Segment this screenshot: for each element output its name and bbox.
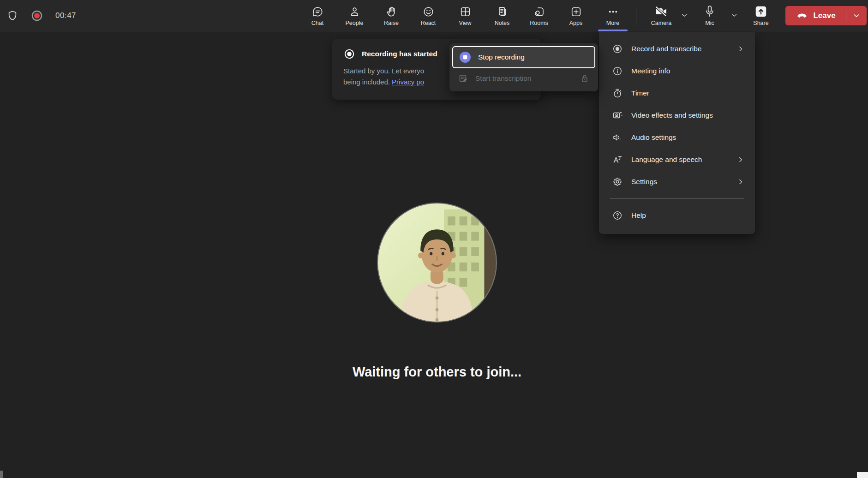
toolbar-more-label: More <box>606 20 619 26</box>
camera-off-icon <box>654 5 669 18</box>
menu-label: Meeting info <box>631 67 745 75</box>
camera-label: Camera <box>651 20 671 26</box>
hangup-icon <box>796 9 808 22</box>
menu-item-meeting-info[interactable]: Meeting info <box>599 60 755 82</box>
toolbar-react-button[interactable]: React <box>410 0 447 31</box>
toolbar-people-label: People <box>346 20 364 26</box>
toolbar-view-button[interactable]: View <box>447 0 484 31</box>
share-label: Share <box>753 20 768 26</box>
menu-label: Settings <box>631 178 728 186</box>
chevron-right-icon <box>736 45 745 53</box>
camera-button[interactable]: Camera <box>645 0 677 31</box>
more-active-indicator <box>598 30 628 31</box>
start-transcription-label: Start transcription <box>475 74 531 83</box>
menu-label: Audio settings <box>631 133 745 142</box>
react-icon <box>422 5 435 18</box>
leave-button[interactable]: Leave <box>785 6 846 25</box>
menu-label: Record and transcribe <box>631 45 728 53</box>
transcription-icon <box>458 73 469 84</box>
shield-icon <box>6 10 18 22</box>
leave-button-group: Leave <box>785 6 867 25</box>
mic-button[interactable]: Mic <box>696 0 724 31</box>
toolbar-people-button[interactable]: People <box>336 0 373 31</box>
menu-item-help[interactable]: Help <box>599 204 755 227</box>
recording-indicator-icon <box>30 9 43 22</box>
window-edge-artifact-left <box>0 471 3 478</box>
stop-recording-menu-item[interactable]: Stop recording <box>452 46 595 68</box>
menu-item-record-and-transcribe[interactable]: Record and transcribe <box>599 38 755 60</box>
more-icon <box>607 5 619 18</box>
waiting-message: Waiting for others to join... <box>353 364 521 380</box>
chevron-right-icon <box>736 178 745 186</box>
leave-label: Leave <box>813 11 835 20</box>
camera-options-chevron[interactable] <box>677 8 691 22</box>
toolbar-view-label: View <box>459 20 472 26</box>
stop-recording-icon <box>459 51 472 64</box>
menu-item-timer[interactable]: Timer <box>599 82 755 104</box>
toast-body-line1: Started by you. Let everyo <box>343 67 424 75</box>
start-transcription-menu-item: Start transcription <box>452 68 595 89</box>
help-icon <box>612 210 623 221</box>
view-icon <box>459 5 472 18</box>
video-effects-icon <box>612 110 623 121</box>
toolbar-notes-label: Notes <box>495 20 510 26</box>
participant-avatar <box>378 203 496 322</box>
chat-icon <box>311 5 324 18</box>
menu-item-settings[interactable]: Settings <box>599 171 755 193</box>
toolbar-rooms-button[interactable]: Rooms <box>521 0 557 31</box>
menu-item-language-and-speech[interactable]: Language and speech <box>599 149 755 171</box>
info-icon <box>612 66 623 77</box>
timer-icon <box>612 88 623 99</box>
settings-gear-icon <box>612 176 623 187</box>
chevron-right-icon <box>736 155 745 164</box>
menu-divider <box>610 198 744 199</box>
toolbar-nav: Chat People Raise React View <box>299 0 631 31</box>
toolbar-apps-label: Apps <box>569 20 583 26</box>
menu-label: Video effects and settings <box>631 111 745 120</box>
status-cluster: 00:47 <box>6 0 76 31</box>
privacy-policy-link[interactable]: Privacy po <box>392 78 424 86</box>
toolbar-react-label: React <box>421 20 436 26</box>
toolbar-chat-button[interactable]: Chat <box>299 0 336 31</box>
toolbar-chat-label: Chat <box>311 20 323 26</box>
people-icon <box>348 5 361 18</box>
notes-icon <box>496 5 509 18</box>
menu-label: Timer <box>631 89 745 97</box>
audio-settings-icon <box>612 132 623 143</box>
window-edge-artifact-right <box>857 472 868 478</box>
toolbar-apps-button[interactable]: Apps <box>557 0 594 31</box>
toolbar-raise-button[interactable]: Raise <box>373 0 410 31</box>
mic-icon <box>703 5 716 18</box>
menu-item-audio-settings[interactable]: Audio settings <box>599 126 755 149</box>
record-icon <box>343 48 355 60</box>
toast-title: Recording has started <box>362 50 437 58</box>
menu-label: Help <box>631 211 745 220</box>
record-icon <box>612 43 623 54</box>
toolbar-raise-label: Raise <box>384 20 399 26</box>
lock-icon <box>580 73 590 84</box>
toolbar-rooms-label: Rooms <box>530 20 548 26</box>
stop-recording-label: Stop recording <box>478 53 525 61</box>
mic-options-chevron[interactable] <box>727 8 741 22</box>
share-icon <box>754 5 768 18</box>
recording-dropdown-menu: Stop recording Start transcription <box>449 43 598 91</box>
toolbar-notes-button[interactable]: Notes <box>484 0 521 31</box>
raise-hand-icon <box>385 5 398 18</box>
meeting-timer: 00:47 <box>55 11 76 20</box>
toast-body-line2: being included. <box>343 78 392 86</box>
menu-label: Language and speech <box>631 155 728 164</box>
share-button[interactable]: Share <box>747 0 775 31</box>
rooms-icon <box>533 5 545 18</box>
more-menu: Record and transcribe Meeting info Timer… <box>599 32 755 234</box>
toolbar-more-button[interactable]: More <box>594 0 631 31</box>
meeting-topbar: 00:47 Chat People Raise React <box>0 0 868 31</box>
menu-item-video-effects[interactable]: Video effects and settings <box>599 104 755 126</box>
leave-options-chevron[interactable] <box>846 6 867 25</box>
mic-label: Mic <box>705 20 714 26</box>
toolbar-divider <box>636 7 636 24</box>
language-icon <box>612 154 623 165</box>
apps-icon <box>570 5 582 18</box>
